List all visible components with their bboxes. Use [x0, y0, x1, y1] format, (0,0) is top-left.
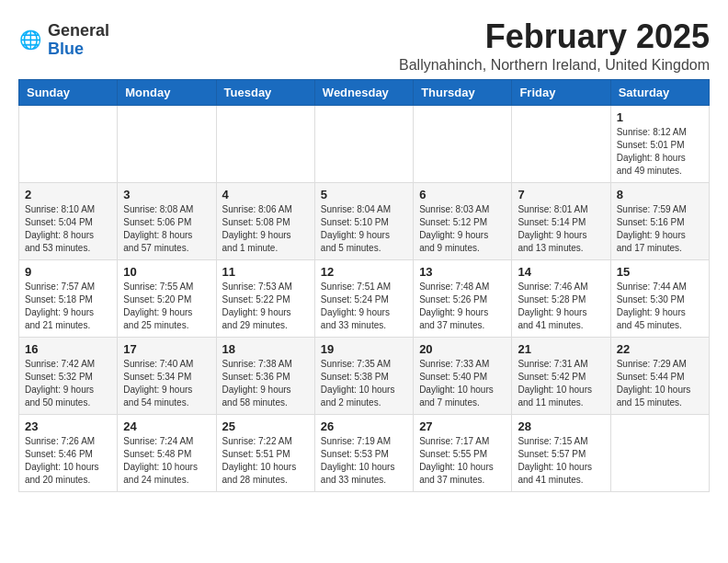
- day-info: Sunrise: 8:10 AM Sunset: 5:04 PM Dayligh…: [25, 203, 111, 255]
- calendar-cell: 7Sunrise: 8:01 AM Sunset: 5:14 PM Daylig…: [512, 182, 610, 259]
- week-row-4: 23Sunrise: 7:26 AM Sunset: 5:46 PM Dayli…: [19, 414, 710, 491]
- day-number: 21: [518, 342, 604, 356]
- day-number: 11: [222, 265, 309, 279]
- day-number: 5: [321, 188, 407, 201]
- calendar-cell: 5Sunrise: 8:04 AM Sunset: 5:10 PM Daylig…: [314, 182, 413, 259]
- calendar-cell: 14Sunrise: 7:46 AM Sunset: 5:28 PM Dayli…: [512, 259, 610, 337]
- day-info: Sunrise: 7:57 AM Sunset: 5:18 PM Dayligh…: [25, 281, 111, 332]
- day-info: Sunrise: 7:35 AM Sunset: 5:38 PM Dayligh…: [321, 358, 407, 409]
- calendar-cell: 15Sunrise: 7:44 AM Sunset: 5:30 PM Dayli…: [610, 259, 709, 337]
- day-number: 23: [25, 419, 111, 433]
- day-info: Sunrise: 7:40 AM Sunset: 5:34 PM Dayligh…: [123, 358, 210, 409]
- calendar-cell: 24Sunrise: 7:24 AM Sunset: 5:48 PM Dayli…: [118, 414, 216, 491]
- calendar-cell: 17Sunrise: 7:40 AM Sunset: 5:34 PM Dayli…: [118, 337, 216, 414]
- day-number: 16: [25, 342, 111, 356]
- day-number: 17: [123, 342, 210, 356]
- day-number: 19: [321, 342, 407, 356]
- calendar-table: SundayMondayTuesdayWednesdayThursdayFrid…: [18, 79, 710, 492]
- week-row-3: 16Sunrise: 7:42 AM Sunset: 5:32 PM Dayli…: [19, 337, 710, 414]
- calendar-cell: 1Sunrise: 8:12 AM Sunset: 5:01 PM Daylig…: [610, 105, 709, 182]
- weekday-header-friday: Friday: [512, 79, 610, 105]
- svg-text:🌐: 🌐: [19, 28, 42, 50]
- day-number: 26: [321, 419, 407, 433]
- day-info: Sunrise: 7:38 AM Sunset: 5:36 PM Dayligh…: [222, 358, 309, 409]
- day-info: Sunrise: 7:48 AM Sunset: 5:26 PM Dayligh…: [419, 281, 506, 332]
- day-info: Sunrise: 7:33 AM Sunset: 5:40 PM Dayligh…: [419, 358, 506, 409]
- location-title: Ballynahinch, Northern Ireland, United K…: [399, 57, 710, 74]
- day-number: 24: [123, 419, 210, 433]
- day-number: 7: [518, 188, 604, 201]
- title-section: February 2025 Ballynahinch, Northern Ire…: [399, 18, 710, 74]
- day-number: 14: [518, 265, 604, 279]
- week-row-0: 1Sunrise: 8:12 AM Sunset: 5:01 PM Daylig…: [19, 105, 710, 182]
- calendar-cell: 26Sunrise: 7:19 AM Sunset: 5:53 PM Dayli…: [314, 414, 413, 491]
- day-number: 15: [617, 265, 703, 279]
- day-number: 20: [419, 342, 506, 356]
- week-row-1: 2Sunrise: 8:10 AM Sunset: 5:04 PM Daylig…: [19, 182, 710, 259]
- calendar-cell: 2Sunrise: 8:10 AM Sunset: 5:04 PM Daylig…: [19, 182, 118, 259]
- calendar-cell: [414, 105, 512, 182]
- day-info: Sunrise: 8:06 AM Sunset: 5:08 PM Dayligh…: [222, 203, 309, 255]
- calendar-cell: 28Sunrise: 7:15 AM Sunset: 5:57 PM Dayli…: [512, 414, 610, 491]
- calendar-cell: [216, 105, 314, 182]
- logo: 🌐 General Blue: [18, 22, 109, 59]
- day-info: Sunrise: 7:55 AM Sunset: 5:20 PM Dayligh…: [123, 281, 210, 332]
- calendar-cell: 10Sunrise: 7:55 AM Sunset: 5:20 PM Dayli…: [118, 259, 216, 337]
- day-number: 8: [617, 188, 703, 201]
- day-number: 1: [617, 110, 703, 124]
- weekday-header-sunday: Sunday: [19, 79, 118, 105]
- month-title: February 2025: [399, 18, 710, 55]
- calendar-cell: 22Sunrise: 7:29 AM Sunset: 5:44 PM Dayli…: [610, 337, 709, 414]
- day-number: 13: [419, 265, 506, 279]
- day-info: Sunrise: 8:03 AM Sunset: 5:12 PM Dayligh…: [419, 203, 506, 255]
- calendar-cell: 23Sunrise: 7:26 AM Sunset: 5:46 PM Dayli…: [19, 414, 118, 491]
- calendar-cell: 4Sunrise: 8:06 AM Sunset: 5:08 PM Daylig…: [216, 182, 314, 259]
- calendar-cell: 13Sunrise: 7:48 AM Sunset: 5:26 PM Dayli…: [414, 259, 512, 337]
- weekday-header-thursday: Thursday: [414, 79, 512, 105]
- day-info: Sunrise: 7:24 AM Sunset: 5:48 PM Dayligh…: [123, 435, 210, 487]
- day-number: 22: [617, 342, 703, 356]
- day-number: 9: [25, 265, 111, 279]
- weekday-header-row: SundayMondayTuesdayWednesdayThursdayFrid…: [19, 79, 710, 105]
- day-info: Sunrise: 7:59 AM Sunset: 5:16 PM Dayligh…: [617, 203, 703, 255]
- day-number: 6: [419, 188, 506, 201]
- day-number: 4: [222, 188, 309, 201]
- day-number: 3: [123, 188, 210, 201]
- weekday-header-wednesday: Wednesday: [314, 79, 413, 105]
- week-row-2: 9Sunrise: 7:57 AM Sunset: 5:18 PM Daylig…: [19, 259, 710, 337]
- calendar-cell: 9Sunrise: 7:57 AM Sunset: 5:18 PM Daylig…: [19, 259, 118, 337]
- day-info: Sunrise: 8:12 AM Sunset: 5:01 PM Dayligh…: [617, 126, 703, 178]
- calendar-cell: 12Sunrise: 7:51 AM Sunset: 5:24 PM Dayli…: [314, 259, 413, 337]
- day-info: Sunrise: 7:22 AM Sunset: 5:51 PM Dayligh…: [222, 435, 309, 487]
- day-number: 10: [123, 265, 210, 279]
- calendar-cell: 19Sunrise: 7:35 AM Sunset: 5:38 PM Dayli…: [314, 337, 413, 414]
- day-info: Sunrise: 7:19 AM Sunset: 5:53 PM Dayligh…: [321, 435, 407, 487]
- calendar-cell: 6Sunrise: 8:03 AM Sunset: 5:12 PM Daylig…: [414, 182, 512, 259]
- calendar-cell: 8Sunrise: 7:59 AM Sunset: 5:16 PM Daylig…: [610, 182, 709, 259]
- day-info: Sunrise: 7:46 AM Sunset: 5:28 PM Dayligh…: [518, 281, 604, 332]
- calendar-cell: [610, 414, 709, 491]
- calendar-cell: 11Sunrise: 7:53 AM Sunset: 5:22 PM Dayli…: [216, 259, 314, 337]
- day-number: 12: [321, 265, 407, 279]
- logo-general: General: [48, 22, 109, 40]
- day-info: Sunrise: 7:51 AM Sunset: 5:24 PM Dayligh…: [321, 281, 407, 332]
- day-number: 28: [518, 419, 604, 433]
- calendar-cell: 3Sunrise: 8:08 AM Sunset: 5:06 PM Daylig…: [118, 182, 216, 259]
- day-info: Sunrise: 7:31 AM Sunset: 5:42 PM Dayligh…: [518, 358, 604, 409]
- day-info: Sunrise: 7:17 AM Sunset: 5:55 PM Dayligh…: [419, 435, 506, 487]
- calendar-cell: 25Sunrise: 7:22 AM Sunset: 5:51 PM Dayli…: [216, 414, 314, 491]
- weekday-header-tuesday: Tuesday: [216, 79, 314, 105]
- page-header: 🌐 General Blue February 2025 Ballynahinc…: [18, 18, 710, 74]
- day-number: 18: [222, 342, 309, 356]
- calendar-cell: [314, 105, 413, 182]
- day-info: Sunrise: 7:26 AM Sunset: 5:46 PM Dayligh…: [25, 435, 111, 487]
- calendar-cell: 18Sunrise: 7:38 AM Sunset: 5:36 PM Dayli…: [216, 337, 314, 414]
- day-info: Sunrise: 7:42 AM Sunset: 5:32 PM Dayligh…: [25, 358, 111, 409]
- day-info: Sunrise: 8:08 AM Sunset: 5:06 PM Dayligh…: [123, 203, 210, 255]
- day-info: Sunrise: 8:04 AM Sunset: 5:10 PM Dayligh…: [321, 203, 407, 255]
- day-info: Sunrise: 7:53 AM Sunset: 5:22 PM Dayligh…: [222, 281, 309, 332]
- day-info: Sunrise: 7:29 AM Sunset: 5:44 PM Dayligh…: [617, 358, 703, 409]
- day-number: 2: [25, 188, 111, 201]
- logo-text: General Blue: [48, 22, 109, 59]
- logo-blue: Blue: [48, 40, 109, 59]
